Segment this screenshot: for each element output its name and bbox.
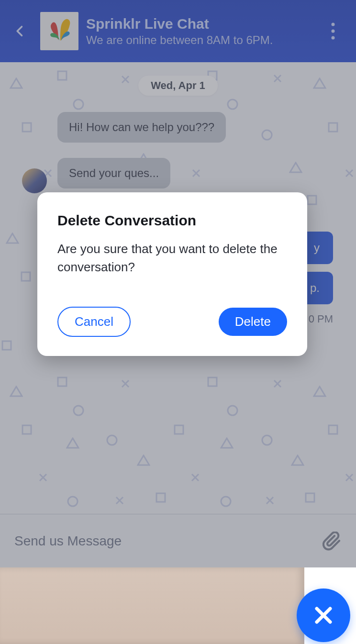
close-chat-fab[interactable] xyxy=(297,588,350,642)
delete-button[interactable]: Delete xyxy=(219,308,287,336)
page-background-strip xyxy=(0,567,304,644)
modal-body: Are you sure that you want to delete the… xyxy=(57,240,287,276)
delete-conversation-modal: Delete Conversation Are you sure that yo… xyxy=(37,192,307,356)
modal-actions: Cancel Delete xyxy=(57,307,287,337)
modal-title: Delete Conversation xyxy=(57,212,287,229)
close-icon xyxy=(313,605,334,625)
cancel-button[interactable]: Cancel xyxy=(57,307,131,337)
